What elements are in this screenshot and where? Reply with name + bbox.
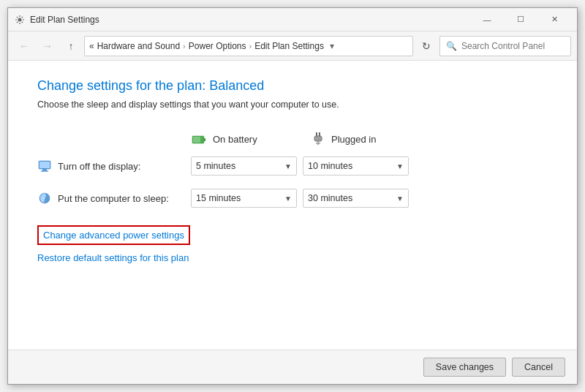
window-title: Edit Plan Settings bbox=[30, 15, 99, 25]
svg-text:z: z bbox=[42, 196, 45, 203]
maximize-button[interactable]: ☐ bbox=[504, 8, 537, 31]
link-section: Change advanced power settings Restore d… bbox=[37, 225, 548, 265]
window-icon bbox=[14, 14, 26, 26]
back-button[interactable]: ← bbox=[14, 36, 34, 56]
up-button[interactable]: ↑ bbox=[61, 36, 81, 56]
breadcrumb-bar: « Hardware and Sound › Power Options › E… bbox=[84, 36, 413, 56]
content-area: Change settings for the plan: Balanced C… bbox=[8, 61, 577, 350]
svg-point-0 bbox=[18, 18, 22, 21]
page-title: Change settings for the plan: Balanced bbox=[37, 78, 548, 94]
search-icon: 🔍 bbox=[446, 41, 457, 51]
svg-rect-4 bbox=[314, 136, 322, 141]
sleep-row-label: z Put the computer to sleep: bbox=[37, 191, 191, 206]
display-battery-dropdown[interactable]: 5 minutes ▼ bbox=[191, 157, 297, 176]
breadcrumb-dropdown-arrow[interactable]: ▾ bbox=[330, 41, 334, 51]
svg-rect-3 bbox=[193, 137, 200, 143]
display-plugged-arrow: ▼ bbox=[396, 162, 404, 170]
breadcrumb-hardware[interactable]: Hardware and Sound bbox=[97, 41, 180, 51]
forward-button[interactable]: → bbox=[37, 36, 58, 56]
breadcrumb-home[interactable]: « bbox=[89, 41, 94, 51]
save-button[interactable]: Save changes bbox=[423, 358, 506, 377]
display-icon bbox=[37, 159, 52, 173]
battery-icon bbox=[191, 131, 207, 147]
battery-col-header: On battery bbox=[191, 130, 308, 148]
sleep-plugged-value: 30 minutes bbox=[308, 193, 352, 203]
restore-defaults-link[interactable]: Restore default settings for this plan bbox=[37, 251, 548, 265]
minimize-button[interactable]: — bbox=[470, 8, 504, 31]
plug-icon bbox=[308, 130, 325, 148]
display-plugged-dropdown[interactable]: 10 minutes ▼ bbox=[303, 157, 409, 176]
display-row-controls: 5 minutes ▼ 10 minutes ▼ bbox=[191, 157, 409, 176]
sleep-plugged-arrow: ▼ bbox=[396, 195, 404, 203]
sleep-row: z Put the computer to sleep: 15 minutes … bbox=[37, 189, 548, 208]
sleep-icon: z bbox=[37, 191, 52, 206]
battery-col-label: On battery bbox=[213, 134, 257, 145]
title-controls: — ☐ ✕ bbox=[470, 8, 571, 31]
sleep-battery-arrow: ▼ bbox=[284, 195, 292, 203]
breadcrumb-sep-1: › bbox=[183, 42, 186, 50]
nav-bar: ← → ↑ « Hardware and Sound › Power Optio… bbox=[8, 31, 577, 61]
title-bar: Edit Plan Settings — ☐ ✕ bbox=[8, 8, 577, 31]
display-plugged-value: 10 minutes bbox=[308, 161, 352, 171]
close-button[interactable]: ✕ bbox=[537, 8, 571, 31]
sleep-label: Put the computer to sleep: bbox=[58, 193, 169, 204]
svg-rect-6 bbox=[39, 162, 50, 168]
footer: Save changes Cancel bbox=[8, 350, 577, 384]
sleep-battery-value: 15 minutes bbox=[196, 193, 241, 203]
main-window: Edit Plan Settings — ☐ ✕ ← → ↑ « Hardwar… bbox=[7, 7, 578, 385]
page-subtitle: Choose the sleep and display settings th… bbox=[37, 99, 548, 110]
sleep-plugged-dropdown[interactable]: 30 minutes ▼ bbox=[303, 189, 409, 208]
breadcrumb-current: Edit Plan Settings bbox=[254, 41, 324, 51]
plugged-col-label: Plugged in bbox=[331, 134, 376, 145]
search-input[interactable] bbox=[461, 41, 571, 51]
display-row-label: Turn off the display: bbox=[37, 159, 191, 173]
breadcrumb-power-options[interactable]: Power Options bbox=[189, 41, 246, 51]
sleep-battery-dropdown[interactable]: 15 minutes ▼ bbox=[191, 189, 297, 208]
title-bar-left: Edit Plan Settings bbox=[14, 14, 99, 26]
display-battery-arrow: ▼ bbox=[284, 162, 292, 170]
refresh-button[interactable]: ↻ bbox=[416, 36, 437, 56]
cancel-button[interactable]: Cancel bbox=[512, 358, 565, 377]
grid-header: On battery Plugged in bbox=[191, 130, 548, 148]
svg-rect-2 bbox=[204, 138, 205, 141]
display-label: Turn off the display: bbox=[58, 161, 140, 172]
display-battery-value: 5 minutes bbox=[196, 161, 235, 171]
plugged-col-header: Plugged in bbox=[308, 130, 425, 148]
search-bar: 🔍 bbox=[439, 36, 571, 56]
breadcrumb-sep-2: › bbox=[249, 42, 252, 50]
settings-grid: On battery Plugged in bbox=[37, 130, 548, 208]
advanced-power-settings-link[interactable]: Change advanced power settings bbox=[37, 225, 190, 245]
display-row: Turn off the display: 5 minutes ▼ 10 min… bbox=[37, 157, 548, 176]
sleep-row-controls: 15 minutes ▼ 30 minutes ▼ bbox=[191, 189, 409, 208]
